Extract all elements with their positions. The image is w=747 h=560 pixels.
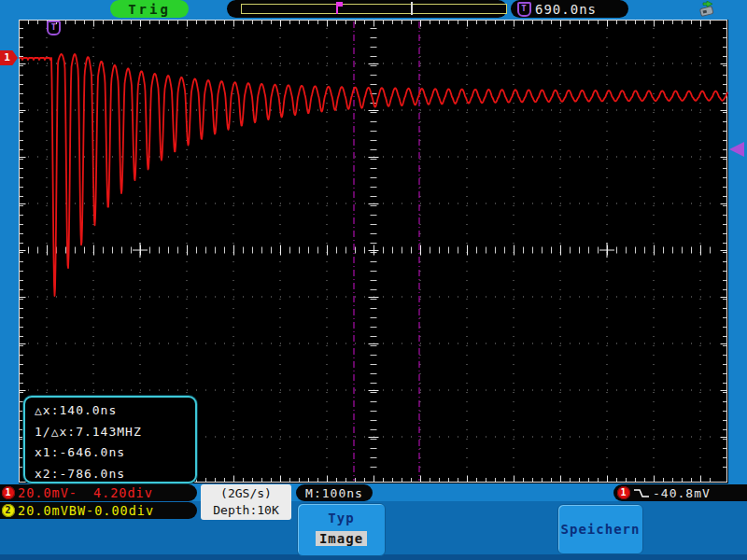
display-trigger-t-icon: T xyxy=(47,21,61,35)
window-position-tick xyxy=(411,2,413,15)
waveform-trace xyxy=(20,54,727,296)
trigger-source-badge-icon: 1 xyxy=(617,486,630,499)
sample-rate-value: (2GS/s) xyxy=(201,485,291,502)
ch1-position-marker[interactable]: 1 xyxy=(0,50,18,65)
trigger-level-arrow-icon[interactable] xyxy=(729,142,744,157)
trigger-time-badge: T 690.0ns xyxy=(511,0,628,18)
cursor-inv-dx-value: 1/△x:7.143MHZ xyxy=(35,422,195,443)
type-menu-label: Typ xyxy=(298,511,385,525)
ch1-badge-icon: 1 xyxy=(2,486,15,499)
trigger-level-badge: 1 -40.8mV xyxy=(613,484,747,501)
ch2-badge-icon: 2 xyxy=(2,504,15,517)
falling-edge-icon xyxy=(633,486,650,499)
ch1-position-value: 4.20div xyxy=(93,485,153,500)
memory-depth-value: Depth:10K xyxy=(201,502,291,519)
usb-storage-icon xyxy=(697,1,717,21)
cursor-dx-value: △x:140.0ns xyxy=(35,400,195,422)
type-menu-selected-value[interactable]: Image xyxy=(316,531,367,546)
ch2-status-bar: 2 20.0mVBW-0.00div xyxy=(0,502,197,519)
trigger-position-flag-icon[interactable] xyxy=(336,2,338,14)
save-button-label: Speichern xyxy=(561,522,641,537)
ch1-status-bar: 1 20.0mV- 4.20div xyxy=(0,484,197,501)
trigger-status-badge: Trig xyxy=(110,0,189,18)
trigger-level-value: -40.8mV xyxy=(653,486,711,500)
oscilloscope-screen: Trig T 690.0ns T △x:140.0ns 1/△x:7.143MH… xyxy=(0,0,747,560)
ch1-scale-value: 20.0mV- xyxy=(18,485,78,500)
save-button[interactable]: Speichern xyxy=(557,504,643,554)
cursor-measurement-box: △x:140.0ns 1/△x:7.143MHZ x1:-646.0ns x2:… xyxy=(23,396,197,483)
scope-display: T △x:140.0ns 1/△x:7.143MHZ x1:-646.0ns x… xyxy=(19,20,728,483)
cursor-x2-value: x2:-786.0ns xyxy=(35,464,195,485)
acquisition-info-box: (2GS/s) Depth:10K xyxy=(201,484,291,520)
trigger-t-icon: T xyxy=(517,2,531,17)
cursor-x1-value: x1:-646.0ns xyxy=(35,442,195,464)
trigger-time-value: 690.0ns xyxy=(535,2,597,17)
timebase-badge: M:100ns xyxy=(296,484,373,501)
memory-window-indicator xyxy=(227,0,507,18)
ch2-scale-value: 20.0mVBW-0.00div xyxy=(18,503,154,518)
memory-window-rect xyxy=(241,4,507,14)
type-menu-button[interactable]: Typ Image xyxy=(297,503,386,556)
